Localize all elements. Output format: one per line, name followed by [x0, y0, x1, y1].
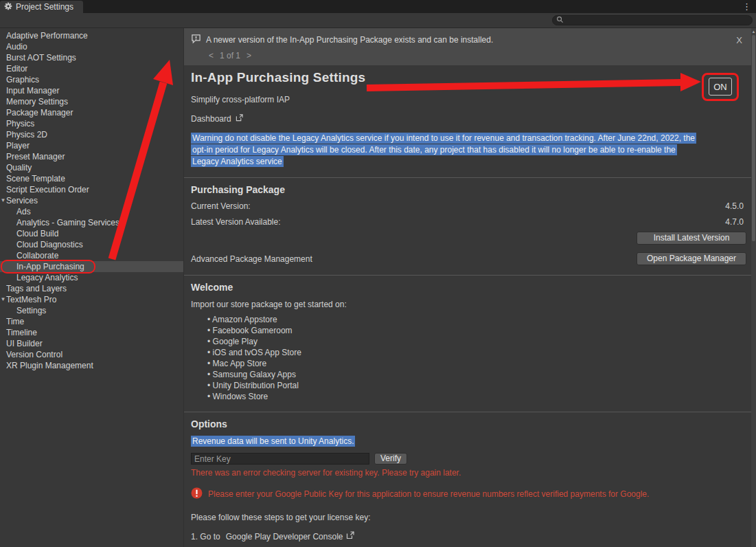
gear-icon — [4, 2, 12, 12]
sidebar-item-preset-manager[interactable]: Preset Manager — [0, 151, 183, 162]
foldout-expanded-icon[interactable]: ▼ — [0, 195, 6, 206]
sidebar-item-editor[interactable]: Editor — [0, 63, 183, 74]
iap-enable-toggle[interactable]: ON — [709, 78, 732, 96]
sidebar-item-ui-builder[interactable]: UI Builder — [0, 338, 183, 349]
divider — [184, 275, 756, 276]
list-item-store: Mac App Store — [207, 358, 749, 369]
sidebar-item-physics-2d[interactable]: Physics 2D — [0, 129, 183, 140]
sidebar-item-player[interactable]: Player — [0, 140, 183, 151]
sidebar-item-audio[interactable]: Audio — [0, 41, 183, 52]
list-item-store: Windows Store — [207, 391, 749, 402]
advanced-package-management-label: Advanced Package Management — [191, 254, 637, 264]
sidebar-item-collaborate[interactable]: Collaborate — [0, 250, 183, 261]
search-input[interactable] — [566, 16, 748, 25]
search-field[interactable] — [552, 15, 753, 25]
sidebar-item-cloud-diagnostics[interactable]: Cloud Diagnostics — [0, 239, 183, 250]
latest-version-label: Latest Version Available: — [191, 217, 725, 227]
sidebar-item-package-manager[interactable]: Package Manager — [0, 107, 183, 118]
sidebar-item-xr-plugin-management[interactable]: XR Plugin Management — [0, 360, 183, 371]
list-item-store: Google Play — [207, 336, 749, 347]
sidebar-item-in-app-purchasing[interactable]: In-App Purchasing — [0, 261, 183, 272]
foldout-expanded-icon[interactable]: ▼ — [0, 294, 6, 305]
sidebar-item-label: Services — [6, 196, 38, 205]
step1-text: 1. Go to — [191, 532, 220, 542]
sidebar-item-time[interactable]: Time — [0, 316, 183, 327]
scrollbar[interactable]: ▲ — [751, 28, 756, 547]
error-icon — [191, 487, 203, 501]
license-steps-intro: Please follow these steps to get your li… — [191, 513, 749, 522]
section-title-welcome: Welcome — [191, 282, 749, 293]
sidebar-item-input-manager[interactable]: Input Manager — [0, 85, 183, 96]
divider — [184, 177, 756, 178]
title-bar: Project Settings ⋮ — [0, 0, 756, 13]
analytics-revenue-note: Revenue data will be sent to Unity Analy… — [191, 436, 749, 446]
section-title-purchasing-package: Purchasing Package — [191, 184, 749, 195]
sidebar-item-label: TextMesh Pro — [6, 295, 56, 304]
open-package-manager-button[interactable]: Open Package Manager — [637, 252, 746, 265]
sidebar-item-adaptive-performance[interactable]: Adaptive Performance — [0, 30, 183, 41]
divider — [184, 412, 756, 412]
server-error-text: There was an error checking server for e… — [191, 468, 749, 478]
banner-prev-button[interactable]: < — [209, 51, 214, 60]
search-icon — [556, 16, 564, 25]
simplify-iap-label: Simplify cross-platform IAP — [191, 95, 749, 104]
sidebar-item-timeline[interactable]: Timeline — [0, 327, 183, 338]
google-play-console-link[interactable]: Google Play Developer Console — [226, 532, 343, 542]
settings-sidebar: Adaptive Performance Audio Burst AOT Set… — [0, 28, 183, 547]
list-item-store: iOS and tvOS App Store — [207, 347, 749, 358]
list-item-store: Facebook Gameroom — [207, 325, 749, 336]
section-title-options: Options — [191, 418, 749, 429]
external-link-icon[interactable] — [346, 531, 354, 542]
sidebar-item-services[interactable]: ▼ Services — [0, 195, 183, 206]
sidebar-item-tags-and-layers[interactable]: Tags and Layers — [0, 283, 183, 294]
dashboard-link[interactable]: Dashboard — [191, 114, 231, 124]
sidebar-item-script-execution-order[interactable]: Script Execution Order — [0, 184, 183, 195]
window-menu-icon[interactable]: ⋮ — [737, 1, 756, 12]
list-item-store: Samsung Galaxy Apps — [207, 369, 749, 380]
sidebar-item-physics[interactable]: Physics — [0, 118, 183, 129]
banner-next-button[interactable]: > — [247, 51, 251, 60]
current-version-value: 4.5.0 — [725, 201, 744, 211]
notification-banner: A newer version of the In-App Purchasing… — [184, 28, 756, 65]
install-latest-version-button[interactable]: Install Latest Version — [637, 232, 746, 245]
current-version-label: Current Version: — [191, 201, 725, 211]
list-item-store: Unity Distribution Portal — [207, 380, 749, 391]
sidebar-item-version-control[interactable]: Version Control — [0, 349, 183, 360]
sidebar-item-graphics[interactable]: Graphics — [0, 74, 183, 85]
page-title: In-App Purchasing Settings — [191, 70, 749, 85]
settings-content-panel: A newer version of the In-App Purchasing… — [183, 28, 756, 547]
sidebar-item-label: In-App Purchasing — [16, 262, 84, 271]
sidebar-item-memory-settings[interactable]: Memory Settings — [0, 96, 183, 107]
external-link-icon[interactable] — [236, 114, 243, 124]
tab-title: Project Settings — [16, 2, 73, 12]
sidebar-item-burst-aot-settings[interactable]: Burst AOT Settings — [0, 52, 183, 63]
sidebar-item-ads[interactable]: Ads — [0, 206, 183, 217]
sidebar-item-textmesh-pro[interactable]: ▼ TextMesh Pro — [0, 294, 183, 305]
banner-pagination-label: 1 of 1 — [220, 51, 240, 60]
sidebar-item-scene-template[interactable]: Scene Template — [0, 173, 183, 184]
legacy-analytics-warning: Warning do not disable the Legacy Analyt… — [191, 133, 703, 168]
toolbar — [0, 13, 756, 28]
google-public-key-input[interactable] — [191, 453, 369, 465]
notification-bubble-icon — [191, 34, 201, 46]
sidebar-item-textmesh-settings[interactable]: Settings — [0, 305, 183, 316]
banner-message: A newer version of the In-App Purchasing… — [206, 35, 493, 45]
store-list: Amazon Appstore Facebook Gameroom Google… — [191, 314, 749, 402]
sidebar-item-cloud-build[interactable]: Cloud Build — [0, 228, 183, 239]
latest-version-value: 4.7.0 — [725, 217, 744, 227]
sidebar-item-analytics-gaming-services[interactable]: Analytics - Gaming Services — [0, 217, 183, 228]
sidebar-item-legacy-analytics[interactable]: Legacy Analytics — [0, 272, 183, 283]
banner-close-button[interactable]: X — [736, 35, 742, 45]
verify-key-button[interactable]: Verify — [374, 453, 407, 465]
sidebar-item-quality[interactable]: Quality — [0, 162, 183, 173]
list-item-store: Amazon Appstore — [207, 314, 749, 325]
scrollbar-thumb[interactable] — [752, 35, 755, 241]
tab-project-settings[interactable]: Project Settings — [0, 1, 83, 13]
welcome-intro-text: Import our store package to get started … — [191, 300, 749, 309]
scroll-up-icon[interactable]: ▲ — [751, 29, 756, 34]
google-key-error-text: Please enter your Google Public Key for … — [208, 489, 649, 499]
